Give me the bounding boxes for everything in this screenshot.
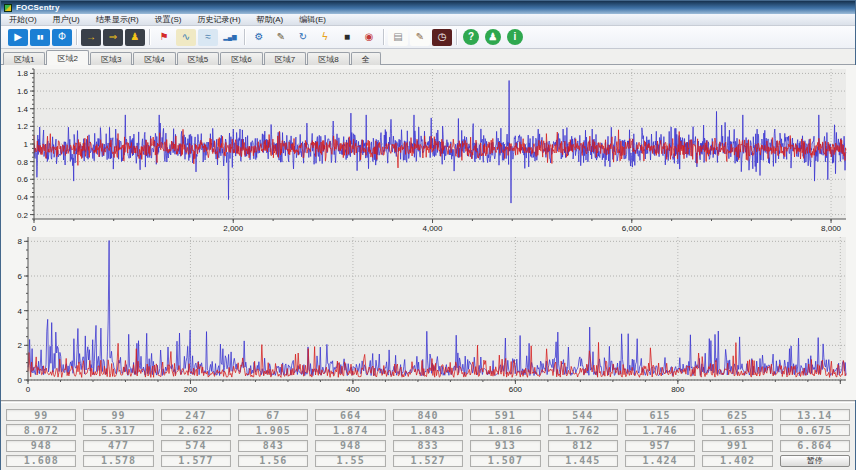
document-edit-icon[interactable]: ✎ <box>410 29 430 46</box>
readout-r1-c7: 591 <box>470 409 540 421</box>
title-bar: FOCSentry <box>1 1 855 14</box>
readout-r2-c1: 8.072 <box>6 424 76 436</box>
tab-全[interactable]: 全 <box>351 52 381 65</box>
toolbar-group-4: ▤✎◷ <box>384 29 456 46</box>
svg-text:0: 0 <box>18 376 23 385</box>
readout-r3-c7: 913 <box>470 440 540 452</box>
toolbar-group-2: ⚑∿≈▂▄▆ <box>150 29 244 46</box>
pause-icon[interactable]: ▮▮ <box>30 29 50 46</box>
svg-text:600: 600 <box>509 385 523 394</box>
svg-text:0.6: 0.6 <box>17 175 29 184</box>
readout-panel: 99992476766484059154461562513.148.0725.3… <box>1 404 855 470</box>
play-icon[interactable]: ▶ <box>8 29 28 46</box>
readout-r3-c10: 991 <box>702 440 772 452</box>
readout-r2-c11: 0.675 <box>780 424 850 436</box>
bar-chart-icon[interactable]: ▂▄▆ <box>220 29 240 46</box>
export-icon[interactable]: ⇒ <box>103 29 123 46</box>
svg-text:200: 200 <box>184 385 198 394</box>
svg-text:1.8: 1.8 <box>17 69 29 78</box>
svg-text:1.6: 1.6 <box>17 87 29 96</box>
readout-r3-c6: 833 <box>393 440 463 452</box>
runner-icon[interactable]: ϟ <box>315 29 335 46</box>
readout-r1-c5: 664 <box>315 409 385 421</box>
readout-r2-c5: 1.874 <box>315 424 385 436</box>
help-icon[interactable]: ? <box>463 29 479 45</box>
readout-r1-c9: 615 <box>625 409 695 421</box>
readout-r3-c2: 477 <box>83 440 153 452</box>
readout-r4-c9: 1.424 <box>625 455 695 467</box>
menu-item-2[interactable]: 结果显示(R) <box>88 14 147 26</box>
tab-区域8[interactable]: 区域8 <box>307 52 349 65</box>
account-icon[interactable]: ♟ <box>485 29 501 45</box>
readout-r2-c4: 1.905 <box>238 424 308 436</box>
readout-r4-c2: 1.578 <box>83 455 153 467</box>
menu-item-0[interactable]: 开始(O) <box>1 14 45 26</box>
tab-区域6[interactable]: 区域6 <box>220 52 262 65</box>
tab-区域5[interactable]: 区域5 <box>177 52 219 65</box>
tab-区域3[interactable]: 区域3 <box>90 52 132 65</box>
readout-r1-c8: 544 <box>548 409 618 421</box>
readout-r1-c4: 67 <box>238 409 308 421</box>
waveform2-icon[interactable]: ≈ <box>198 29 218 46</box>
svg-text:8: 8 <box>18 237 23 246</box>
waveform-icon[interactable]: ∿ <box>176 29 196 46</box>
svg-text:4: 4 <box>18 307 23 316</box>
svg-text:2: 2 <box>18 341 23 350</box>
readout-r3-c11: 6.864 <box>780 440 850 452</box>
menu-item-1[interactable]: 用户(U) <box>45 14 88 26</box>
document-icon[interactable]: ▤ <box>388 29 408 46</box>
cube-icon[interactable]: ■ <box>337 29 357 46</box>
readout-r4-c3: 1.577 <box>161 455 231 467</box>
gear-icon[interactable]: ⚙ <box>249 29 269 46</box>
tab-区域1[interactable]: 区域1 <box>3 52 45 65</box>
app-icon <box>4 4 12 12</box>
tab-区域2[interactable]: 区域2 <box>46 50 88 65</box>
svg-text:0: 0 <box>26 385 31 394</box>
tab-区域4[interactable]: 区域4 <box>133 52 175 65</box>
menu-item-4[interactable]: 历史记录(H) <box>189 14 248 26</box>
login-icon[interactable]: → <box>81 29 101 46</box>
menu-bar: 开始(O)用户(U)结果显示(R)设置(S)历史记录(H)帮助(A)编辑(E) <box>1 14 855 26</box>
readout-r1-c10: 625 <box>702 409 772 421</box>
svg-text:2,000: 2,000 <box>223 224 244 233</box>
tab-区域7[interactable]: 区域7 <box>264 52 306 65</box>
toolbar: ▶▮▮Φ→⇒♟⚑∿≈▂▄▆⚙✎↻ϟ■◉▤✎◷?♟i <box>1 26 855 49</box>
readout-r3-c5: 948 <box>315 440 385 452</box>
toolbar-group-3: ⚙✎↻ϟ■◉ <box>245 29 383 46</box>
readout-r2-c3: 2.622 <box>161 424 231 436</box>
readout-r3-c4: 843 <box>238 440 308 452</box>
user-badge-icon[interactable]: ♟ <box>125 29 145 46</box>
readout-r1-c6: 840 <box>393 409 463 421</box>
map-pin-icon[interactable]: ⚑ <box>154 29 174 46</box>
svg-text:0: 0 <box>32 224 37 233</box>
toolbar-group-5: ?♟i <box>457 29 529 45</box>
readout-r2-c2: 5.317 <box>83 424 153 436</box>
readout-r2-c8: 1.762 <box>548 424 618 436</box>
readout-r4-c6: 1.527 <box>393 455 463 467</box>
bottom-chart: 024680200400600800 <box>1 234 856 400</box>
toolbar-group-1: →⇒♟ <box>77 29 149 46</box>
readout-r4-c7: 1.507 <box>470 455 540 467</box>
readout-r1-c1: 99 <box>6 409 76 421</box>
timer-icon[interactable]: ◷ <box>432 29 452 46</box>
power-icon[interactable]: Φ <box>52 29 72 46</box>
info-icon[interactable]: i <box>507 29 523 45</box>
svg-text:0.4: 0.4 <box>17 193 29 202</box>
alarm-icon[interactable]: ◉ <box>359 29 379 46</box>
refresh-icon[interactable]: ↻ <box>293 29 313 46</box>
readout-r1-c3: 247 <box>161 409 231 421</box>
toolbar-group-0: ▶▮▮Φ <box>4 29 76 46</box>
menu-item-3[interactable]: 设置(S) <box>147 14 190 26</box>
menu-item-5[interactable]: 帮助(A) <box>249 14 292 26</box>
readout-r1-c2: 99 <box>83 409 153 421</box>
menu-item-6[interactable]: 编辑(E) <box>291 14 334 26</box>
readout-r4-c10: 1.402 <box>702 455 772 467</box>
app-window: FOCSentry 开始(O)用户(U)结果显示(R)设置(S)历史记录(H)帮… <box>0 0 856 470</box>
readout-r4-c8: 1.445 <box>548 455 618 467</box>
edit-scene-icon[interactable]: ✎ <box>271 29 291 46</box>
svg-text:0.8: 0.8 <box>17 158 29 167</box>
pause-button[interactable]: 暂停 <box>780 455 850 467</box>
chart-area: 0.20.40.60.811.21.41.61.802,0004,0006,00… <box>1 65 856 400</box>
window-title: FOCSentry <box>16 3 60 12</box>
svg-text:400: 400 <box>346 385 360 394</box>
